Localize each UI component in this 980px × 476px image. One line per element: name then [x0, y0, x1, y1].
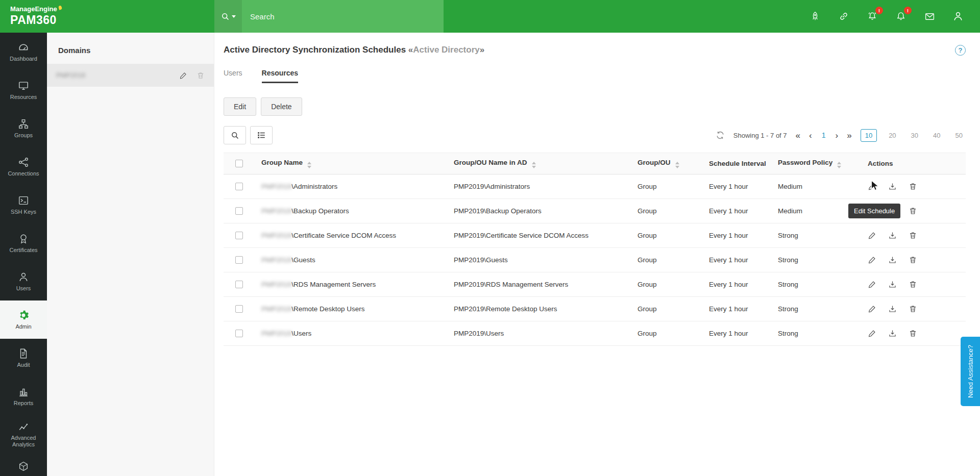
row-checkbox[interactable]	[235, 207, 243, 215]
row-checkbox[interactable]	[235, 256, 243, 264]
delete-row-icon[interactable]	[909, 182, 917, 191]
table-row: PMP2019\Guests PMP2019\Guests Group Ever…	[224, 248, 966, 272]
brand-flame-icon	[58, 5, 62, 10]
table-row: PMP2019\Administrators PMP2019\Administr…	[224, 174, 966, 199]
table-row: PMP2019\Users PMP2019\Users Group Every …	[224, 321, 966, 346]
delete-row-icon[interactable]	[909, 305, 917, 313]
need-assistance-tab[interactable]: Need Assistance?	[961, 337, 980, 406]
edit-schedule-icon[interactable]	[868, 329, 876, 338]
delete-button[interactable]: Delete	[261, 97, 302, 116]
guillemet-open: «	[408, 45, 413, 55]
alarm-icon[interactable]: !	[866, 10, 879, 23]
mail-icon[interactable]	[923, 10, 936, 23]
edit-button[interactable]: Edit	[224, 97, 256, 116]
sidebar-item-users[interactable]: Users	[0, 262, 47, 300]
gear-icon	[18, 310, 29, 321]
edit-schedule-icon[interactable]	[868, 256, 876, 264]
sort-icon[interactable]	[837, 162, 841, 168]
search-input[interactable]	[242, 0, 444, 33]
sidebar-item-label: Users	[14, 285, 33, 292]
sidebar-item-advanced-analytics[interactable]: Advanced Analytics	[0, 415, 47, 454]
download-icon[interactable]	[888, 305, 897, 313]
row-checkbox[interactable]	[235, 281, 243, 288]
delete-row-icon[interactable]	[909, 231, 917, 240]
search-scope-caret-icon	[232, 15, 236, 18]
download-icon[interactable]	[888, 231, 897, 240]
edit-schedule-icon[interactable]	[868, 305, 876, 313]
table-body: PMP2019\Administrators PMP2019\Administr…	[224, 174, 966, 346]
group-ou-type: Group	[630, 297, 702, 321]
page-size-20[interactable]: 20	[886, 130, 899, 141]
page-size-30[interactable]: 30	[908, 130, 921, 141]
sidebar-item-ssh-keys[interactable]: SSH Keys	[0, 186, 47, 224]
group-name: \Users	[291, 330, 311, 337]
page-size-40[interactable]: 40	[930, 130, 943, 141]
profile-icon[interactable]	[951, 10, 965, 23]
row-checkbox[interactable]	[235, 232, 243, 239]
page-size-50[interactable]: 50	[952, 130, 966, 141]
select-all-checkbox[interactable]	[235, 160, 243, 167]
sort-icon[interactable]	[532, 162, 536, 168]
edit-schedule-icon[interactable]	[868, 231, 876, 240]
delete-row-icon[interactable]	[909, 280, 917, 289]
row-checkbox[interactable]	[235, 330, 243, 337]
next-page-button[interactable]: ›	[836, 131, 839, 140]
schedule-interval: Every 1 hour	[702, 223, 771, 248]
sidebar-item-partial[interactable]	[0, 454, 47, 476]
sidebar-item-admin[interactable]: Admin	[0, 300, 47, 339]
table-row: PMP2019\Remote Desktop Users PMP2019\Rem…	[224, 297, 966, 321]
download-icon[interactable]	[888, 280, 897, 289]
col-ad-name[interactable]: Group/OU Name in AD	[454, 159, 527, 166]
sidebar-item-audit[interactable]: Audit	[0, 339, 47, 377]
sort-icon[interactable]	[307, 162, 311, 168]
domain-list-item[interactable]: PMP2019	[47, 64, 214, 87]
title-row: Active Directory Synchronization Schedul…	[224, 45, 966, 56]
col-password-policy[interactable]: Password Policy	[778, 159, 832, 166]
prev-page-button[interactable]: ‹	[809, 131, 812, 140]
password-policy: Strong	[771, 248, 861, 272]
search-icon[interactable]	[214, 0, 242, 33]
sort-icon[interactable]	[675, 162, 679, 168]
table-header-row: Group Name Group/OU Name in AD Group/OU …	[224, 153, 966, 174]
tab-resources[interactable]: Resources	[262, 69, 299, 83]
download-icon[interactable]	[888, 182, 897, 191]
row-checkbox[interactable]	[235, 183, 243, 190]
whats-new-icon[interactable]	[808, 10, 822, 23]
tabs: Users Resources	[224, 69, 966, 83]
col-group-ou[interactable]: Group/OU	[638, 159, 671, 166]
sidebar-item-dashboard[interactable]: Dashboard	[0, 33, 47, 71]
delete-row-icon[interactable]	[909, 207, 917, 215]
last-page-button[interactable]: »	[847, 131, 851, 140]
redacted-domain-prefix: PMP2019	[261, 183, 291, 190]
quick-links-icon[interactable]	[837, 10, 850, 23]
column-chooser-button[interactable]	[250, 126, 273, 144]
row-checkbox[interactable]	[235, 305, 243, 313]
tab-users[interactable]: Users	[224, 69, 242, 83]
download-icon[interactable]	[888, 256, 897, 264]
sidebar: Dashboard Resources Groups Connections S…	[0, 33, 47, 476]
help-icon[interactable]: ?	[955, 45, 966, 56]
refresh-icon[interactable]	[716, 131, 725, 140]
sidebar-item-connections[interactable]: Connections	[0, 147, 47, 186]
edit-schedule-icon[interactable]	[868, 280, 876, 289]
domain-edit-icon[interactable]	[179, 71, 187, 80]
sidebar-item-groups[interactable]: Groups	[0, 109, 47, 147]
ad-group-name: PMP2019\Administrators	[447, 174, 630, 199]
notifications-icon[interactable]: !	[894, 10, 908, 23]
password-policy: Strong	[771, 321, 861, 346]
group-ou-type: Group	[630, 321, 702, 346]
col-group-name[interactable]: Group Name	[261, 159, 303, 166]
delete-row-icon[interactable]	[909, 256, 917, 264]
ad-group-name: PMP2019\Guests	[447, 248, 630, 272]
page-size-10[interactable]: 10	[861, 129, 877, 142]
sidebar-item-label: Resources	[8, 94, 39, 101]
dashboard-icon	[18, 42, 29, 53]
delete-row-icon[interactable]	[909, 329, 917, 338]
sidebar-item-certificates[interactable]: Certificates	[0, 224, 47, 262]
table-search-button[interactable]	[224, 126, 246, 144]
first-page-button[interactable]: «	[796, 131, 800, 140]
sidebar-item-reports[interactable]: Reports	[0, 377, 47, 415]
domain-delete-icon[interactable]	[197, 71, 205, 80]
download-icon[interactable]	[888, 329, 897, 338]
sidebar-item-resources[interactable]: Resources	[0, 71, 47, 109]
